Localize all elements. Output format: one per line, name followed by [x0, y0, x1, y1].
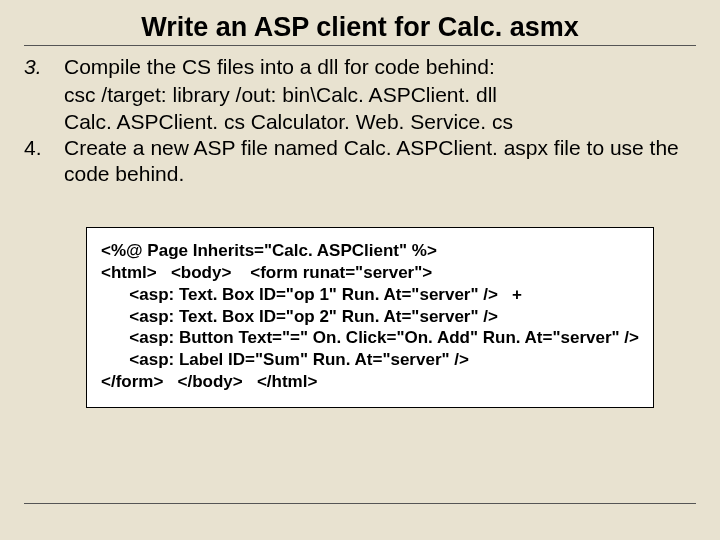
step-4-number: 4. [24, 135, 64, 188]
step-3-number: 3. [24, 54, 64, 80]
slide-title: Write an ASP client for Calc. asmx [24, 12, 696, 43]
code-line-6: <asp: Label ID="Sum" Run. At="server" /> [101, 350, 469, 369]
step-3-line3: Calc. ASPClient. cs Calculator. Web. Ser… [64, 109, 696, 135]
step-4-text: Create a new ASP file named Calc. ASPCli… [64, 135, 696, 188]
bottom-rule [24, 503, 696, 504]
body-text: 3. Compile the CS files into a dll for c… [24, 54, 696, 408]
code-line-7: </form> </body> </html> [101, 372, 317, 391]
code-line-5: <asp: Button Text="=" On. Click="On. Add… [101, 328, 639, 347]
code-line-1: <%@ Page Inherits="Calc. ASPClient" %> [101, 241, 437, 260]
code-line-3: <asp: Text. Box ID="op 1" Run. At="serve… [101, 285, 522, 304]
step-3-line2: csc /target: library /out: bin\Calc. ASP… [64, 82, 696, 108]
code-box: <%@ Page Inherits="Calc. ASPClient" %> <… [86, 227, 654, 407]
step-4: 4. Create a new ASP file named Calc. ASP… [24, 135, 696, 188]
code-line-2: <html> <body> <form runat="server"> [101, 263, 432, 282]
slide: Write an ASP client for Calc. asmx 3. Co… [0, 0, 720, 540]
step-3: 3. Compile the CS files into a dll for c… [24, 54, 696, 80]
title-rule [24, 45, 696, 46]
step-3-line1: Compile the CS files into a dll for code… [64, 54, 696, 80]
code-line-4: <asp: Text. Box ID="op 2" Run. At="serve… [101, 307, 498, 326]
